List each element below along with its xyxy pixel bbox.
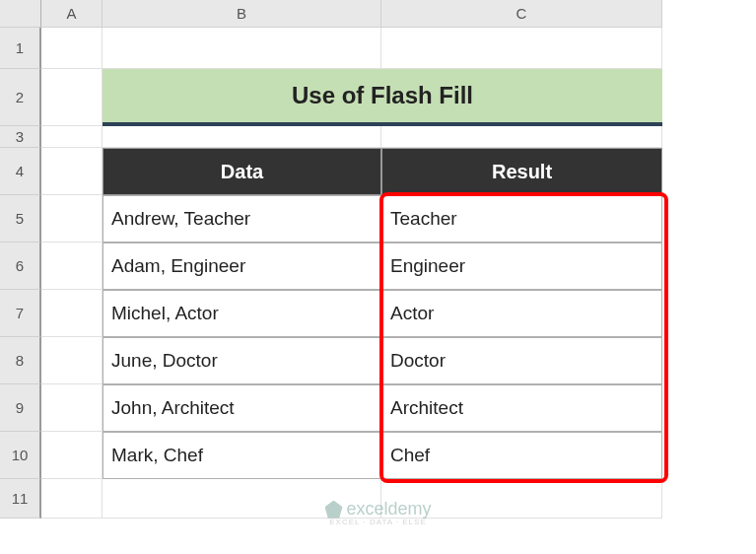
row-header-4[interactable]: 4 <box>0 148 41 195</box>
cell-b1[interactable] <box>103 28 381 69</box>
row-header-9[interactable]: 9 <box>0 384 41 432</box>
col-header-a[interactable]: A <box>41 0 103 28</box>
row-header-5[interactable]: 5 <box>0 195 41 242</box>
cell-b9[interactable]: John, Architect <box>103 384 381 432</box>
row-header-2[interactable]: 2 <box>0 69 41 126</box>
cell-a5[interactable] <box>41 195 103 242</box>
cell-a8[interactable] <box>41 337 103 384</box>
row-header-11[interactable]: 11 <box>0 479 41 519</box>
row-header-8[interactable]: 8 <box>0 337 41 384</box>
watermark: exceldemy EXCEL · DATA · ELSE <box>324 499 431 526</box>
cell-a10[interactable] <box>41 432 103 479</box>
row-header-6[interactable]: 6 <box>0 242 41 290</box>
cell-c6[interactable]: Engineer <box>381 242 662 290</box>
cell-c10[interactable]: Chef <box>381 432 662 479</box>
cell-c9[interactable]: Architect <box>381 384 662 432</box>
cell-a7[interactable] <box>41 290 103 337</box>
spreadsheet-grid: A B C 1 2 Use of Flash Fill 3 4 Data Res… <box>0 0 756 519</box>
cell-b10[interactable]: Mark, Chef <box>103 432 381 479</box>
cell-b5[interactable]: Andrew, Teacher <box>103 195 381 242</box>
cell-b3[interactable] <box>103 126 381 148</box>
watermark-logo: exceldemy <box>324 499 431 519</box>
cell-a9[interactable] <box>41 384 103 432</box>
cell-c1[interactable] <box>381 28 662 69</box>
cell-b6[interactable]: Adam, Engineer <box>103 242 381 290</box>
col-header-c[interactable]: C <box>381 0 662 28</box>
cell-c8[interactable]: Doctor <box>381 337 662 384</box>
col-header-b[interactable]: B <box>103 0 381 28</box>
row-header-1[interactable]: 1 <box>0 28 41 69</box>
table-header-result[interactable]: Result <box>381 148 662 195</box>
cell-a6[interactable] <box>41 242 103 290</box>
cell-a11[interactable] <box>41 479 103 519</box>
cell-c7[interactable]: Actor <box>381 290 662 337</box>
row-header-7[interactable]: 7 <box>0 290 41 337</box>
watermark-name: exceldemy <box>346 499 431 519</box>
cell-a3[interactable] <box>41 126 103 148</box>
table-header-data[interactable]: Data <box>103 148 381 195</box>
cell-a4[interactable] <box>41 148 103 195</box>
watermark-tagline: EXCEL · DATA · ELSE <box>324 518 431 526</box>
cell-c3[interactable] <box>381 126 662 148</box>
cell-a1[interactable] <box>41 28 103 69</box>
cell-a2[interactable] <box>41 69 103 126</box>
watermark-icon <box>324 501 342 519</box>
cell-b7[interactable]: Michel, Actor <box>103 290 381 337</box>
title-cell[interactable]: Use of Flash Fill <box>103 69 662 126</box>
cell-c5[interactable]: Teacher <box>381 195 662 242</box>
row-header-10[interactable]: 10 <box>0 432 41 479</box>
row-header-3[interactable]: 3 <box>0 126 41 148</box>
cell-b8[interactable]: June, Doctor <box>103 337 381 384</box>
select-all-corner[interactable] <box>0 0 41 28</box>
